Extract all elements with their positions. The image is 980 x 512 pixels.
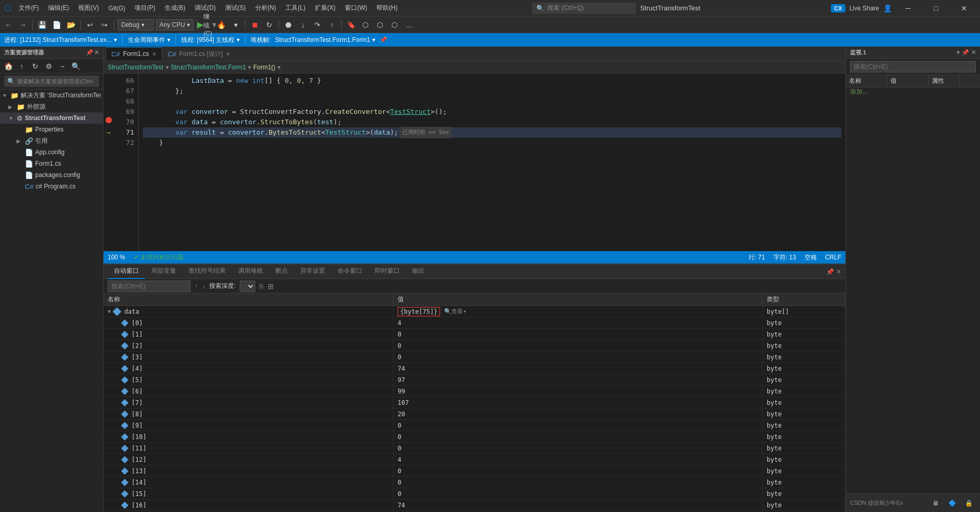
copy-icon[interactable]: ⎘ [259,282,264,290]
bookmark-btn[interactable]: 🔖 [345,19,357,31]
new-btn[interactable]: 📄 [50,19,63,31]
watch-row-[14][interactable]: [14] 0 byte [104,477,845,488]
watch-row-[11][interactable]: [11] 0 byte [104,443,845,454]
user-icon[interactable]: 👤 [883,4,892,12]
menu-window[interactable]: 窗口(W) [341,2,371,14]
tab-form1cs[interactable]: C# Form1.cs ✕ [106,47,162,61]
tree-item-project[interactable]: ▼ ⚙ StructTransformTest [0,112,103,124]
watch-row-[5][interactable]: [5] 97 byte [104,374,845,386]
close-sidebar-icon[interactable]: ✕ [94,49,99,56]
menu-project[interactable]: 项目(P) [130,2,159,14]
watch-row-[0][interactable]: [0] 4 byte [104,317,845,329]
tab-auto-window[interactable]: 自动窗口 [108,265,145,279]
tab-command[interactable]: 命令窗口 [331,265,369,279]
depth-select[interactable]: 3 1 2 4 5 [240,281,255,292]
sidebar-settings-btn[interactable]: ⚙ [42,60,55,72]
watch-row-[1][interactable]: [1] 0 byte [104,329,845,340]
watch-row-[16][interactable]: [16] 74 byte [104,500,845,511]
hot-reload-btn[interactable]: 🔥 [215,19,227,31]
minimize-btn[interactable]: ─ [896,0,920,17]
tab-form1cs-design-close-icon[interactable]: ✕ [226,51,230,57]
back-btn[interactable]: ← [2,19,14,31]
step-out-btn[interactable]: ↑ [326,19,338,31]
tab-find-symbol[interactable]: 查找符号结果 [182,265,232,279]
watch-row-[4][interactable]: [4] 74 byte [104,363,845,374]
tree-item-appconfig[interactable]: ▶ 📄 App.config [0,147,103,158]
sidebar-refresh-btn[interactable]: ↻ [29,60,41,72]
tree-item-references[interactable]: ▶ 🔗 引用 [0,135,103,147]
watch-row-[12][interactable]: [12] 4 byte [104,454,845,465]
tree-item-form1cs[interactable]: ▶ 📄 Form1.cs [0,158,103,169]
process-dropdown-icon[interactable]: ▾ [114,36,117,43]
stop-btn[interactable]: ⏹ [248,19,261,31]
sidebar-search-input-wrapper[interactable]: 🔍 搜索解决方案资源管理器(Ctrl+ [4,76,99,87]
watch-row-[15][interactable]: [15] 0 byte [104,488,845,500]
expand-all-icon[interactable]: ⊞ [268,282,274,290]
menu-edit[interactable]: 编辑(E) [44,2,73,14]
tree-item-packages[interactable]: ▶ 📄 packages.config [0,169,103,181]
menu-test[interactable]: 测试(S) [221,2,250,14]
add-watch-btn[interactable]: 添加... [846,86,872,97]
pin-sidebar-icon[interactable]: 📌 [86,49,93,56]
maximize-btn[interactable]: □ [924,0,948,17]
bluetooth-icon-btn[interactable]: 🔷 [945,496,959,510]
breadcrumb-method[interactable]: Form1() [253,64,275,71]
bookmark4-btn[interactable]: ⬡ [388,19,401,31]
tree-item-properties[interactable]: ▶ 📁 Properties [0,124,103,135]
cpu-mode-dropdown[interactable]: Any CPU ▾ [156,19,194,31]
tab-exception-settings[interactable]: 异常设置 [294,265,331,279]
tree-item-external[interactable]: ▶ 📁 外部源 [0,101,103,112]
tree-item-programcs[interactable]: ▶ C# c# Program.cs [0,181,103,192]
sidebar-filter-btn[interactable]: 🔍 [69,60,82,72]
watch-row-[10][interactable]: [10] 0 byte [104,431,845,443]
sidebar-home-btn[interactable]: 🏠 [2,60,14,72]
restart-btn[interactable]: ↻ [263,19,275,31]
menu-help[interactable]: 帮助(H) [372,2,402,14]
global-search[interactable]: 🔍 搜索 (Ctrl+Q) [532,3,636,14]
watch-row-[8][interactable]: [8] 20 byte [104,408,845,420]
code-content[interactable]: LastData = new int [] { 0 , 0 , 7 } }; [139,74,845,251]
menu-git[interactable]: Git(G) [104,3,129,14]
breadcrumb-project[interactable]: StructTransformTest [108,64,164,71]
watch-panel-dropdown-icon[interactable]: ▾ [957,49,960,56]
watch-row-[2][interactable]: [2] 0 byte [104,340,845,352]
watch-row-[6][interactable]: [6] 99 byte [104,386,845,397]
tab-form1cs-design[interactable]: C# Form1.cs [设计] ✕ [162,47,236,61]
tab-form1cs-close-icon[interactable]: ✕ [152,51,156,57]
watch-row-[9][interactable]: [9] 0 byte [104,420,845,431]
lifecycle-dropdown-icon[interactable]: ▾ [167,36,170,43]
search-up-btn[interactable]: ↑ [195,283,198,290]
open-btn[interactable]: 📂 [65,19,77,31]
auto-search-input[interactable] [108,281,191,292]
watch-row-data[interactable]: ▼ data {byte[75]} 🔍查看▾ byte[] [104,306,845,317]
menu-tools[interactable]: 工具(L) [281,2,310,14]
redo-btn[interactable]: ↪ [98,19,111,31]
menu-file[interactable]: 文件(F) [14,2,43,14]
menu-extensions[interactable]: 扩展(X) [311,2,340,14]
tree-item-solution[interactable]: ▼ 📁 解决方案 'StructTransformTes [0,90,103,101]
more-btn[interactable]: … [403,19,415,31]
watch-panel-close-icon[interactable]: ✕ [971,49,976,56]
bookmark3-btn[interactable]: ⬡ [374,19,386,31]
watch-search-input[interactable] [850,61,976,72]
menu-build[interactable]: 生成(B) [160,2,189,14]
data-lookup-btn[interactable]: 🔍查看▾ [444,308,466,315]
bookmark2-btn[interactable]: ⬡ [359,19,372,31]
live-share-btn[interactable]: Live Share [850,5,879,12]
tab-immediate[interactable]: 即时窗口 [369,265,406,279]
monitor-icon-btn[interactable]: 🖥 [928,496,943,510]
sidebar-search-btn[interactable]: → [56,60,68,72]
watch-row-[3][interactable]: [3] 0 byte [104,352,845,363]
breadcrumb-class[interactable]: StructTransformTest.Form1 [171,64,246,71]
pin-icon[interactable]: 📌 [379,36,387,43]
undo-btn[interactable]: ↩ [84,19,96,31]
close-bottom-icon[interactable]: ✕ [836,268,841,275]
tab-locals[interactable]: 局部变量 [145,265,182,279]
tab-output[interactable]: 输出 [406,265,431,279]
stack-dropdown-icon[interactable]: ▾ [372,36,375,43]
debug-mode-dropdown[interactable]: Debug ▾ [118,19,154,31]
menu-analyze[interactable]: 分析(N) [251,2,281,14]
continue-btn[interactable]: ▶ 继续(C) ▾ [200,19,213,31]
search-down-btn[interactable]: ↓ [202,283,205,290]
lock-icon-btn[interactable]: 🔒 [961,496,976,510]
